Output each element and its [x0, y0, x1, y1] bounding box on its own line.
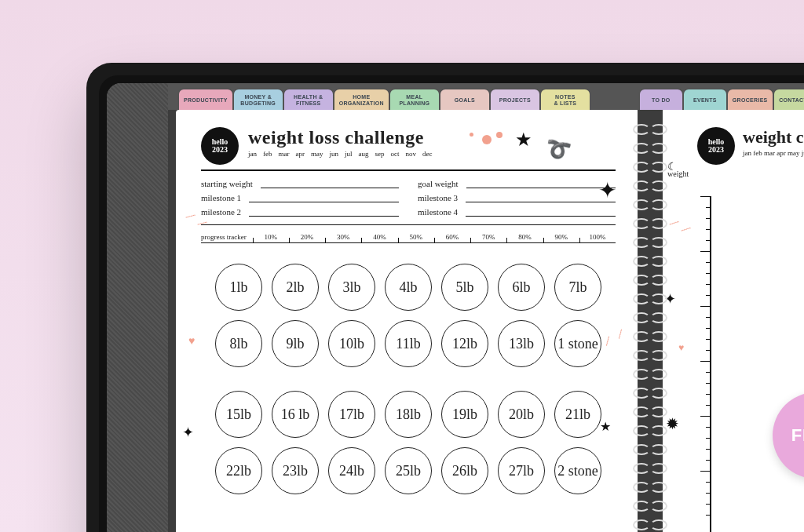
star-icon: ★ — [515, 129, 532, 151]
month-jan[interactable]: jan — [248, 150, 257, 158]
weight-bubble[interactable]: 24lb — [328, 447, 375, 494]
weight-bubble[interactable]: 10lb — [328, 320, 375, 367]
tab-money-budgeting[interactable]: MONEY & BUDGETING — [234, 89, 283, 111]
screen: PRODUCTIVITYMONEY & BUDGETINGHEALTH & FI… — [107, 83, 804, 532]
progress-tick: 10% — [253, 233, 289, 243]
weight-bubble[interactable]: 13lb — [498, 320, 545, 367]
month-dec[interactable]: dec — [422, 150, 433, 158]
page-right: weight cha jan feb mar apr may ju weight… — [663, 110, 804, 532]
month-nov[interactable]: nov — [406, 150, 417, 158]
tab-groceries[interactable]: GROCERIES — [728, 89, 773, 111]
star-icon: ★ — [600, 419, 611, 434]
tab-health-fitness[interactable]: HEALTH & FITNESS — [284, 89, 333, 111]
tab-events[interactable]: EVENTS — [684, 89, 726, 111]
month-apr[interactable]: apr — [296, 150, 305, 158]
month-jul[interactable]: jul — [345, 150, 353, 158]
progress-tick: 30% — [325, 233, 361, 243]
progress-tick: 90% — [543, 233, 579, 243]
weight-bubble[interactable]: 7lb — [554, 264, 601, 311]
tab-goals[interactable]: GOALS — [440, 89, 489, 111]
planner-cover-spine — [107, 83, 168, 532]
weight-bubbles-grid: 1lb2lb3lb4lb5lb6lb7lb8lb9lb10lb11lb12lb1… — [201, 264, 616, 494]
weight-bubble[interactable]: 22lb — [215, 447, 262, 494]
moon-icon: ☾ — [667, 160, 678, 173]
weight-bubble[interactable]: 26lb — [441, 447, 488, 494]
tab-projects[interactable]: PROJECTS — [491, 89, 539, 111]
weight-bubble[interactable]: 1 stone — [554, 320, 601, 367]
weight-bubble[interactable]: 23lb — [272, 447, 319, 494]
goal-fields: starting weight goal weight milestone 1 … — [201, 179, 616, 217]
weight-bubble[interactable]: 12lb — [441, 320, 488, 367]
progress-tick: 40% — [361, 233, 397, 243]
weight-bubble[interactable]: 5lb — [441, 264, 488, 311]
month-jun[interactable]: jun — [330, 150, 339, 158]
notebook-pages: weight loss challenge janfebmaraprmayjun… — [168, 110, 804, 532]
weight-bubble[interactable]: 25lb — [385, 447, 432, 494]
month-oct[interactable]: oct — [391, 150, 400, 158]
tab-notes-lists[interactable]: NOTES & LISTS — [541, 89, 590, 111]
weight-bubble[interactable]: 11lb — [385, 320, 432, 367]
progress-tick: 50% — [398, 233, 434, 243]
progress-tick: 100% — [579, 233, 616, 243]
goal-weight-field[interactable]: goal weight — [418, 179, 616, 188]
weight-bubble[interactable]: 16 lb — [272, 391, 319, 438]
page-left: weight loss challenge janfebmaraprmayjun… — [176, 110, 638, 532]
weight-ruler — [697, 196, 711, 532]
progress-tick: 70% — [470, 233, 506, 243]
spiral-binding — [633, 110, 667, 532]
progress-tick: 80% — [506, 233, 543, 243]
tab-meal-planning[interactable]: MEAL PLANNING — [390, 89, 439, 111]
weight-bubble[interactable]: 9lb — [272, 320, 319, 367]
weight-bubble[interactable]: 17lb — [328, 391, 375, 438]
page-title-right: weight cha — [743, 127, 804, 148]
star-outline-icon: ✦ — [598, 177, 616, 203]
tick-icon: ⟋⟋ — [663, 213, 696, 240]
progress-label: progress tracker — [201, 233, 253, 243]
month-selector-right[interactable]: jan feb mar apr may ju — [743, 149, 804, 157]
tab-productivity[interactable]: PRODUCTIVITY — [179, 89, 232, 111]
burst-icon: ✹ — [666, 414, 679, 433]
month-mar[interactable]: mar — [279, 150, 290, 158]
weight-bubble[interactable]: 2 stone — [554, 447, 601, 494]
sparkle-icon: ✦ — [182, 424, 194, 441]
weight-bubble[interactable]: 4lb — [385, 264, 432, 311]
device-bezel: PRODUCTIVITYMONEY & BUDGETINGHEALTH & FI… — [99, 75, 804, 532]
heart-icon: ♥ — [678, 342, 684, 353]
weight-bubble[interactable]: 6lb — [498, 264, 545, 311]
tab-home-organization[interactable]: HOME ORGANIZATION — [334, 89, 389, 111]
tablet-device: PRODUCTIVITYMONEY & BUDGETINGHEALTH & FI… — [86, 63, 804, 532]
weight-bubble[interactable]: 15lb — [215, 391, 262, 438]
notebook-tabs: PRODUCTIVITYMONEY & BUDGETINGHEALTH & FI… — [168, 83, 804, 111]
month-sep[interactable]: sep — [375, 150, 385, 158]
month-may[interactable]: may — [311, 150, 323, 158]
weight-bubble[interactable]: 1lb — [215, 264, 262, 311]
squiggle-icon: ➰ — [543, 136, 572, 165]
weight-bubble[interactable]: 18lb — [385, 391, 432, 438]
tab-contacts[interactable]: CONTACTS — [774, 89, 804, 111]
hello-2023-logo — [201, 127, 239, 165]
weight-bubble[interactable]: 27lb — [498, 447, 545, 494]
weight-bubble[interactable]: 8lb — [215, 320, 262, 367]
milestone-4-field[interactable]: milestone 4 — [418, 207, 616, 217]
milestone-1-field[interactable]: milestone 1 — [201, 193, 399, 202]
weight-bubble[interactable]: 19lb — [441, 391, 488, 438]
month-aug[interactable]: aug — [359, 150, 369, 158]
divider — [201, 169, 616, 171]
weight-bubble[interactable]: 21lb — [554, 391, 601, 438]
progress-tracker: progress tracker 10%20%30%40%50%60%70%80… — [201, 233, 616, 243]
weight-bubble[interactable]: 2lb — [272, 264, 319, 311]
progress-tick: 60% — [434, 233, 470, 243]
hello-2023-logo — [697, 127, 735, 165]
weight-bubble[interactable]: 20lb — [498, 391, 545, 438]
month-feb[interactable]: feb — [263, 150, 272, 158]
milestone-2-field[interactable]: milestone 2 — [201, 207, 399, 217]
weight-bubble[interactable]: 3lb — [328, 264, 375, 311]
progress-tick: 20% — [289, 233, 325, 243]
starting-weight-field[interactable]: starting weight — [201, 179, 399, 188]
divider — [201, 224, 616, 225]
tab-to-do[interactable]: TO DO — [640, 89, 682, 111]
heart-icon: ♥ — [188, 334, 195, 347]
milestone-3-field[interactable]: milestone 3 — [418, 193, 616, 202]
